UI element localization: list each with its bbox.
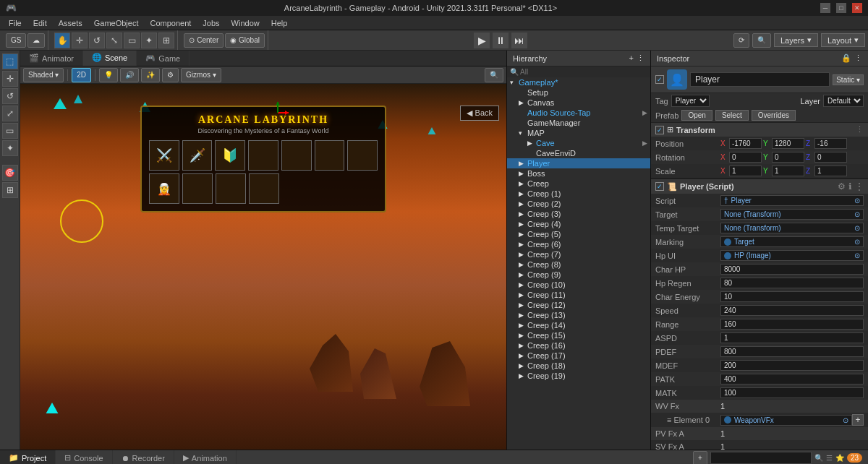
hand-tool[interactable]: ✋ <box>54 33 70 48</box>
add-elem0-btn[interactable]: + <box>852 414 864 426</box>
hier-creep[interactable]: ▶ Creep <box>507 179 650 189</box>
shading-dropdown[interactable]: Shaded ▾ <box>23 68 64 82</box>
extra-tool-2[interactable]: ⊞ <box>2 182 18 198</box>
pos-x-input[interactable]: -1760 <box>729 138 762 149</box>
scale-y-input[interactable]: 1 <box>772 166 804 176</box>
minimize-btn[interactable]: ─ <box>820 3 830 13</box>
hier-creep2[interactable]: ▶Creep (2) <box>507 199 650 209</box>
elem0-btn[interactable]: ⊙ <box>843 416 848 424</box>
collab-btn[interactable]: ⟳ <box>733 33 749 48</box>
script-value-ref[interactable]: † Player ⊙ <box>720 195 864 206</box>
prefab-open-btn[interactable]: Open <box>681 110 712 121</box>
extra-tool-1[interactable]: 🎯 <box>2 165 18 181</box>
light-toggle[interactable]: 💡 <box>99 68 118 82</box>
static-badge[interactable]: Static ▾ <box>833 74 864 85</box>
menu-gameobject[interactable]: GameObject <box>88 19 145 27</box>
rotate-obj-tool[interactable]: ↺ <box>2 88 18 104</box>
transform-header[interactable]: ⊞ Transform ⋮ <box>651 122 868 137</box>
elem0-ref[interactable]: WeaponVFx ⊙ <box>720 415 852 426</box>
marking-ref[interactable]: Target ⊙ <box>720 236 864 247</box>
menu-assets[interactable]: Assets <box>53 19 88 27</box>
scale-obj-tool[interactable]: ⤢ <box>2 106 18 121</box>
hierarchy-add[interactable]: + <box>629 53 634 63</box>
2d-toggle[interactable]: 2D <box>72 68 91 82</box>
script-header[interactable]: 📜 Player (Script) ⚙ ℹ ⋮ <box>651 179 868 194</box>
scene-canvas[interactable]: ARCANE LABYRINTH Discovering the Mysteri… <box>20 84 506 450</box>
tag-select[interactable]: Player <box>671 95 710 107</box>
hier-creep13[interactable]: ▶Creep (13) <box>507 310 650 320</box>
pause-btn[interactable]: ⏸ <box>493 33 509 48</box>
tab-console[interactable]: ⊟ Console <box>56 450 112 464</box>
hier-creep9[interactable]: ▶Creep (9) <box>507 270 650 280</box>
hier-creep7[interactable]: ▶Creep (7) <box>507 249 650 259</box>
target-value-ref[interactable]: None (Transform) ⊙ <box>720 209 864 220</box>
transform-menu[interactable]: ⋮ <box>856 125 864 134</box>
scale-z-input[interactable]: 1 <box>814 166 847 176</box>
hier-cave[interactable]: ▶ Cave ▶ <box>507 138 650 148</box>
scale-tool[interactable]: ⤡ <box>106 33 122 48</box>
charenergy-input[interactable]: 10 <box>720 291 864 302</box>
tf-tool[interactable]: ✦ <box>2 140 18 156</box>
inspector-lock[interactable]: 🔒 <box>841 53 851 63</box>
hier-creep16[interactable]: ▶Creep (16) <box>507 340 650 351</box>
patk-input[interactable]: 400 <box>720 374 864 384</box>
hier-map[interactable]: ▾ MAP <box>507 128 650 138</box>
speed-input[interactable]: 240 <box>720 305 864 316</box>
cloud2-btn[interactable]: 🔍 <box>752 33 771 48</box>
hier-creep5[interactable]: ▶Creep (5) <box>507 229 650 239</box>
charhp-input[interactable]: 8000 <box>720 264 864 275</box>
rect-tool[interactable]: ▭ <box>124 33 140 48</box>
script-enabled[interactable] <box>655 182 664 191</box>
player-name-input[interactable] <box>690 72 830 87</box>
tab-recorder[interactable]: ⏺ Recorder <box>113 450 174 464</box>
global-btn[interactable]: ◉ Global <box>225 33 265 48</box>
hier-player[interactable]: ▶ Player <box>507 158 650 168</box>
scale-x-input[interactable]: 1 <box>729 166 762 176</box>
hier-creep15[interactable]: ▶Creep (15) <box>507 330 650 340</box>
hpregen-input[interactable]: 80 <box>720 278 864 288</box>
hier-creep6[interactable]: ▶Creep (6) <box>507 239 650 249</box>
range-input[interactable]: 160 <box>720 319 864 330</box>
asset-search-input[interactable] <box>710 452 812 464</box>
close-btn[interactable]: ✕ <box>852 3 862 13</box>
back-button[interactable]: ◀ Back <box>460 106 499 121</box>
rot-x-input[interactable]: 0 <box>729 152 762 163</box>
matk-input[interactable]: 100 <box>720 387 864 398</box>
hier-canvas[interactable]: ▶ Canvas <box>507 98 650 108</box>
tab-project[interactable]: 📁 Project <box>0 450 56 464</box>
combo-tool[interactable]: ✦ <box>141 33 157 48</box>
hier-setup[interactable]: Setup <box>507 87 650 98</box>
menu-component[interactable]: Component <box>144 19 197 27</box>
hier-creep11[interactable]: ▶Creep (11) <box>507 290 650 300</box>
audio-toggle[interactable]: 🔊 <box>120 68 139 82</box>
hier-gamemanager[interactable]: GameManager <box>507 118 650 128</box>
search-scene[interactable]: 🔍 <box>485 68 503 82</box>
layout-dropdown[interactable]: Layout ▾ <box>821 33 865 47</box>
maximize-btn[interactable]: □ <box>836 3 846 13</box>
hier-creep18[interactable]: ▶Creep (18) <box>507 361 650 371</box>
pos-y-input[interactable]: 1280 <box>772 138 804 149</box>
gizmos-btn[interactable]: Gizmos ▾ <box>181 68 221 82</box>
select-tool[interactable]: ⬚ <box>2 53 18 69</box>
temp-target-ref[interactable]: None (Transform) ⊙ <box>720 223 864 233</box>
rotate-tool[interactable]: ↺ <box>89 33 105 48</box>
script-info-icon[interactable]: ℹ <box>848 181 852 192</box>
layer-select[interactable]: Default <box>823 95 864 107</box>
prefab-select-btn[interactable]: Select <box>715 110 749 121</box>
move-tool[interactable]: ✛ <box>72 33 88 48</box>
menu-jobs[interactable]: Jobs <box>197 19 225 27</box>
pdef-input[interactable]: 800 <box>720 346 864 357</box>
aspd-input[interactable]: 1 <box>720 332 864 343</box>
marking-btn[interactable]: ⊙ <box>854 238 860 246</box>
player-active-checkbox[interactable] <box>655 75 664 84</box>
fx-toggle[interactable]: ✨ <box>141 68 160 82</box>
transform-enabled[interactable] <box>655 126 664 134</box>
menu-help[interactable]: Help <box>265 19 294 27</box>
menu-file[interactable]: File <box>3 19 27 27</box>
tab-animator[interactable]: 🎬 Animator <box>20 51 83 66</box>
rect-obj-tool[interactable]: ▭ <box>2 123 18 139</box>
step-btn[interactable]: ⏭ <box>511 33 527 48</box>
rot-z-input[interactable]: 0 <box>814 152 847 163</box>
hierarchy-menu[interactable]: ⋮ <box>637 53 644 63</box>
tab-scene[interactable]: 🌐 Scene <box>83 51 137 66</box>
